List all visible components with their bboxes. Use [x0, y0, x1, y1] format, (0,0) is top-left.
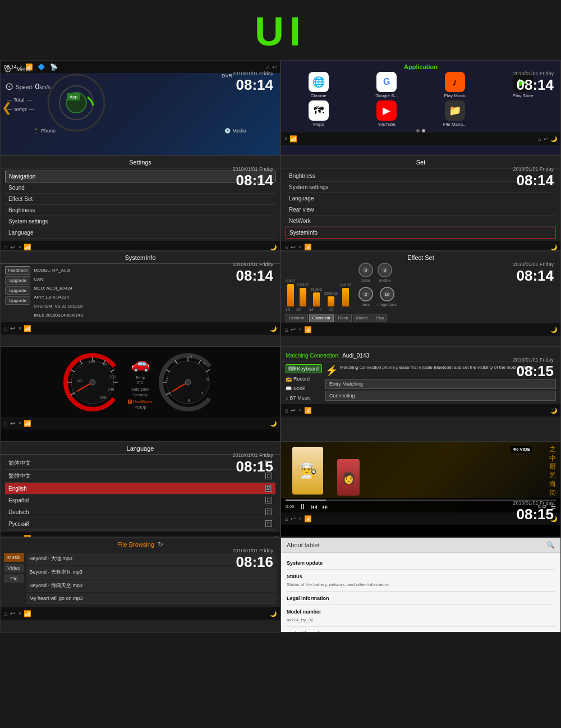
- back-arrow[interactable]: ❮: [2, 100, 12, 115]
- moon-icon[interactable]: 🌙: [270, 244, 277, 250]
- back-icon[interactable]: ↩: [10, 325, 15, 332]
- set-item-network[interactable]: NetWork: [286, 216, 556, 227]
- settings-item-brightness[interactable]: Brightness: [5, 205, 275, 216]
- moon-icon[interactable]: 🌙: [270, 420, 277, 427]
- back-icon[interactable]: ↩: [10, 244, 15, 251]
- preset-classical[interactable]: Classical: [309, 314, 334, 322]
- app-item-youtube[interactable]: ▶ YouTube: [354, 100, 420, 127]
- home-icon[interactable]: ⌂: [284, 515, 288, 522]
- treble-knob[interactable]: 0: [358, 263, 373, 277]
- back-icon[interactable]: ↩: [544, 136, 548, 142]
- app-item-chrome[interactable]: 🌐 Chrome: [286, 72, 352, 98]
- bt-music-btn[interactable]: ♪ BT Music: [286, 394, 322, 402]
- back-icon[interactable]: ↩: [272, 64, 277, 70]
- bt-entry-matching[interactable]: Entry Matching: [325, 379, 556, 389]
- svg-text:200: 200: [109, 375, 116, 379]
- feedback-button[interactable]: Feedback: [5, 266, 30, 274]
- settings-item-system[interactable]: System settings: [5, 216, 275, 227]
- left-gauge: 0 60 120 160 200 240 260: [62, 351, 123, 413]
- lang-checkbox: □: [265, 520, 272, 527]
- svg-line-8: [80, 360, 82, 364]
- settings-item-effect[interactable]: Effect Set: [5, 194, 275, 205]
- svg-text:5: 5: [203, 361, 206, 367]
- app-item-google[interactable]: G Google S...: [354, 72, 420, 98]
- lang-german[interactable]: Deutsch □: [5, 506, 275, 518]
- home-icon[interactable]: ⌂: [4, 244, 8, 250]
- files-video-btn[interactable]: Video: [4, 564, 24, 573]
- home-icon[interactable]: ⌂: [284, 407, 288, 414]
- moon-icon[interactable]: 🌙: [550, 408, 557, 414]
- set-item-rearview[interactable]: Rear view: [286, 204, 556, 216]
- back-icon[interactable]: ↩: [291, 244, 296, 251]
- lang-checkbox: □: [265, 509, 272, 515]
- screen-datetime: 2010/01/01 Friday 08:14: [513, 71, 554, 94]
- bt-keyboard-btn[interactable]: ⌨ Keyboard: [286, 364, 322, 373]
- files-label: File Mana...: [443, 122, 467, 127]
- set-item-language[interactable]: Language: [286, 193, 556, 204]
- settings-icon[interactable]: ⚙: [4, 64, 12, 75]
- about-system-update[interactable]: System update: [287, 558, 555, 567]
- refresh-icon[interactable]: ↻: [158, 541, 163, 548]
- home-icon[interactable]: ⌂: [4, 420, 8, 427]
- lang-checkbox-checked: ☑: [265, 485, 272, 492]
- files-pic-btn[interactable]: Pic: [4, 574, 24, 583]
- app-item-files[interactable]: 📁 File Mana...: [422, 100, 488, 127]
- preset-custom[interactable]: Custom: [286, 314, 308, 322]
- app-button[interactable]: App: [67, 93, 80, 100]
- app-item-music[interactable]: ♪ Play Music: [422, 72, 488, 98]
- app-title: Application: [281, 61, 560, 72]
- moon-icon[interactable]: 🌙: [270, 611, 277, 617]
- megabass-knob[interactable]: 10: [380, 287, 394, 301]
- lang-english[interactable]: English ☑: [5, 483, 275, 495]
- settings-item-language[interactable]: Language: [5, 227, 275, 239]
- upgrade-btn-3[interactable]: Upgrade: [5, 296, 30, 305]
- home-icon[interactable]: ⌂: [4, 325, 8, 332]
- moon-icon[interactable]: 🌙: [550, 244, 557, 250]
- preset-movie[interactable]: Movie: [353, 314, 371, 322]
- bass-knob[interactable]: 2: [358, 287, 373, 301]
- upgrade-btn-1[interactable]: Upgrade: [5, 276, 30, 285]
- back-icon[interactable]: ↩: [291, 326, 296, 333]
- back-icon[interactable]: ↩: [291, 515, 296, 523]
- bt-book-btn[interactable]: 📖 Book: [286, 384, 322, 392]
- prev-button[interactable]: ⏮: [311, 503, 318, 511]
- file-item-4[interactable]: My heart will go on.mp3: [26, 593, 277, 604]
- next-button[interactable]: ⏭: [322, 503, 329, 511]
- svg-text:2: 2: [165, 377, 168, 382]
- svg-text:7: 7: [201, 391, 204, 396]
- preset-rock[interactable]: Rock: [335, 314, 352, 322]
- preset-pop[interactable]: Pop: [373, 314, 387, 322]
- svg-line-26: [166, 369, 170, 372]
- play-button[interactable]: ⏸: [299, 502, 306, 511]
- moon-icon[interactable]: 🌙: [270, 326, 277, 332]
- svg-text:160: 160: [102, 362, 109, 366]
- lang-spanish[interactable]: Español □: [5, 495, 275, 506]
- back-icon[interactable]: ↩: [10, 610, 15, 617]
- about-legal[interactable]: Legal information: [287, 594, 555, 603]
- set-item-sysinfo[interactable]: SystemInfo: [286, 227, 556, 239]
- sysinfo-data: MODEL: HY_Audi CAN: MCU: AUDI_B0424 APP:…: [34, 266, 83, 320]
- back-icon[interactable]: ↩: [291, 407, 296, 414]
- file-item-3[interactable]: Beyond - 海阔天空.mp3: [26, 580, 277, 592]
- middle-knob[interactable]: 3: [378, 263, 392, 277]
- bt-icon: 🔷: [35, 63, 48, 71]
- svg-line-11: [111, 369, 114, 372]
- home-icon[interactable]: ⌂: [284, 326, 288, 333]
- home-icon[interactable]: ⌂: [284, 244, 288, 250]
- files-music-btn[interactable]: Music: [4, 553, 24, 562]
- back-icon[interactable]: ↩: [10, 420, 15, 427]
- about-status[interactable]: Status: [287, 572, 555, 581]
- app-item-maps[interactable]: 🗺 Maps: [286, 100, 352, 127]
- lang-russian[interactable]: Русский □: [5, 518, 275, 530]
- home-icon[interactable]: ⌂: [538, 136, 541, 142]
- bt-record-btn[interactable]: 📻 Record: [286, 375, 322, 383]
- home-icon[interactable]: ⌂: [266, 64, 270, 70]
- search-icon[interactable]: 🔍: [546, 541, 555, 549]
- screens-grid: ⊙ Speed: 0km/h — Total: — — Temp: — ⚙ Me…: [0, 60, 561, 633]
- upgrade-btn-2[interactable]: Upgrade: [5, 286, 30, 295]
- moon-icon[interactable]: 🌙: [550, 327, 557, 333]
- home-icon[interactable]: ⌂: [4, 610, 8, 617]
- video-time-current: 0:06: [286, 504, 295, 509]
- moon-icon[interactable]: 🌙: [550, 136, 557, 142]
- divider: [287, 569, 555, 570]
